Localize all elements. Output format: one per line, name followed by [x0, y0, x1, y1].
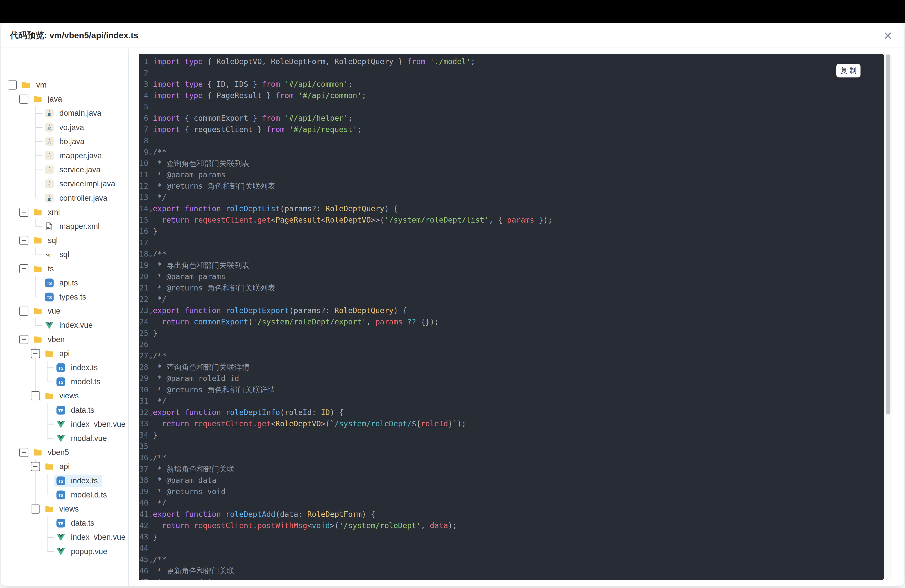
tree-row[interactable]: xml	[1, 205, 128, 219]
ts-icon: TS	[56, 490, 66, 500]
tree-item[interactable]: vben	[31, 333, 69, 346]
tree-item[interactable]: views	[42, 389, 83, 402]
tree-row[interactable]: ts	[1, 262, 128, 276]
fold-spacer	[148, 192, 153, 204]
tree-row[interactable]: views	[1, 389, 128, 403]
tree-item[interactable]: TSdata.ts	[54, 517, 99, 529]
tree-row[interactable]: vm	[1, 78, 128, 92]
code-text: import type { RoleDeptVO, RoleDeptForm, …	[153, 57, 475, 66]
scrollbar-thumb[interactable]	[886, 54, 891, 415]
tree-row[interactable]: vo.java	[1, 121, 128, 135]
tree-row[interactable]: bo.java	[1, 135, 128, 149]
copy-button[interactable]: 复 制	[837, 64, 861, 78]
tree-row[interactable]: index_vben.vue	[1, 530, 128, 544]
code-text: * @returns 角色和部门关联列表	[153, 283, 275, 292]
tree-item[interactable]: api	[42, 347, 74, 360]
tree-row[interactable]: TSmodel.ts	[1, 375, 128, 389]
tree-row[interactable]: vben	[1, 332, 128, 346]
tree-collapse-toggle[interactable]	[8, 81, 17, 89]
fold-chevron-icon[interactable]: ⌄	[148, 555, 153, 566]
tree-item[interactable]: vo.java	[42, 121, 89, 134]
tree-row[interactable]: TSindex.ts	[1, 474, 128, 488]
tree-collapse-toggle[interactable]	[19, 95, 29, 103]
tree-item[interactable]: views	[42, 503, 83, 515]
tree-item[interactable]: controller.java	[42, 192, 112, 205]
tree-collapse-toggle[interactable]	[19, 448, 29, 457]
tree-row[interactable]: views	[1, 502, 128, 516]
tree-item[interactable]: serviceImpl.java	[42, 178, 120, 190]
tree-row[interactable]: SQLsql	[1, 248, 128, 262]
tree-item[interactable]: index.vue	[42, 319, 97, 332]
tree-collapse-toggle[interactable]	[19, 264, 29, 273]
tree-item-selected[interactable]: TSindex.ts	[54, 475, 102, 487]
tree-collapse-toggle[interactable]	[19, 307, 29, 316]
tree-row[interactable]: TSdata.ts	[1, 516, 128, 530]
tree-row[interactable]: popup.vue	[1, 545, 128, 559]
tree-row[interactable]: controller.java	[1, 191, 128, 205]
tree-item[interactable]: service.java	[42, 164, 105, 176]
fold-chevron-icon[interactable]: ⌄	[148, 453, 153, 464]
tree-collapse-toggle[interactable]	[31, 349, 40, 358]
tree-row[interactable]: domain.java	[1, 106, 128, 120]
tree-row[interactable]: sql	[1, 234, 128, 248]
fold-chevron-icon[interactable]: ⌄	[148, 351, 153, 362]
tree-item[interactable]: TSapi.ts	[42, 277, 83, 289]
fold-chevron-icon[interactable]: ⌄	[148, 249, 153, 260]
tree-item[interactable]: vben5	[31, 446, 73, 459]
tree-collapse-toggle[interactable]	[19, 236, 29, 245]
tree-row[interactable]: XMLmapper.xml	[1, 219, 128, 234]
tree-row[interactable]: java	[1, 92, 128, 106]
tree-row[interactable]: index.vue	[1, 318, 128, 332]
tree-collapse-toggle[interactable]	[31, 391, 40, 400]
fold-chevron-icon[interactable]: ⌄	[148, 305, 153, 317]
tree-item[interactable]: api	[42, 460, 74, 473]
tree-row[interactable]: api	[1, 346, 128, 361]
tree-row[interactable]: TSmodel.d.ts	[1, 488, 128, 502]
tree-row[interactable]: index_vben.vue	[1, 417, 128, 431]
tree-item[interactable]: TSmodel.ts	[54, 375, 105, 388]
tree-item[interactable]: mapper.java	[42, 149, 106, 162]
minus-icon	[22, 339, 26, 340]
tree-item[interactable]: bo.java	[42, 135, 89, 148]
tree-item[interactable]: index_vben.vue	[54, 531, 128, 544]
tree-item[interactable]: vue	[31, 305, 65, 317]
tree-item[interactable]: SQLsql	[42, 248, 74, 261]
fold-chevron-icon[interactable]: ⌄	[148, 204, 153, 215]
tree-item[interactable]: TSmodel.d.ts	[54, 489, 111, 501]
tree-row[interactable]: TStypes.ts	[1, 290, 128, 304]
close-icon[interactable]: ✕	[880, 29, 895, 43]
tree-collapse-toggle[interactable]	[31, 504, 40, 513]
fold-chevron-icon[interactable]: ⌄	[148, 147, 153, 159]
tree-row[interactable]: api	[1, 459, 128, 474]
tree-item[interactable]: ts	[31, 262, 58, 275]
tree-item[interactable]: java	[31, 93, 67, 105]
tree-item[interactable]: TStypes.ts	[42, 291, 91, 303]
tree-row[interactable]: TSdata.ts	[1, 403, 128, 417]
code-line: 47 * @param data	[139, 577, 884, 580]
code-line: 37 * 新增角色和部门关联	[139, 463, 884, 475]
tree-row[interactable]: vue	[1, 304, 128, 318]
tree-item[interactable]: vm	[19, 79, 51, 91]
tree-row[interactable]: vben5	[1, 445, 128, 459]
fold-chevron-icon[interactable]: ⌄	[148, 509, 153, 521]
tree-item[interactable]: modal.vue	[54, 432, 111, 445]
tree-collapse-toggle[interactable]	[19, 208, 29, 217]
tree-item[interactable]: xml	[31, 206, 64, 219]
tree-row[interactable]: service.java	[1, 163, 128, 177]
tree-row[interactable]: mapper.java	[1, 149, 128, 163]
fold-spacer	[148, 566, 153, 577]
tree-row[interactable]: serviceImpl.java	[1, 177, 128, 191]
tree-item[interactable]: index_vben.vue	[54, 418, 128, 431]
tree-item[interactable]: sql	[31, 234, 62, 247]
tree-collapse-toggle[interactable]	[19, 335, 29, 344]
tree-item[interactable]: popup.vue	[54, 545, 112, 558]
tree-collapse-toggle[interactable]	[31, 462, 40, 471]
tree-item[interactable]: domain.java	[42, 107, 106, 119]
tree-item[interactable]: XMLmapper.xml	[42, 220, 104, 233]
tree-row[interactable]: TSindex.ts	[1, 361, 128, 375]
tree-row[interactable]: TSapi.ts	[1, 276, 128, 290]
tree-item[interactable]: TSindex.ts	[54, 361, 102, 374]
tree-row[interactable]: modal.vue	[1, 431, 128, 445]
fold-chevron-icon[interactable]: ⌄	[148, 407, 153, 419]
tree-item[interactable]: TSdata.ts	[54, 404, 99, 416]
